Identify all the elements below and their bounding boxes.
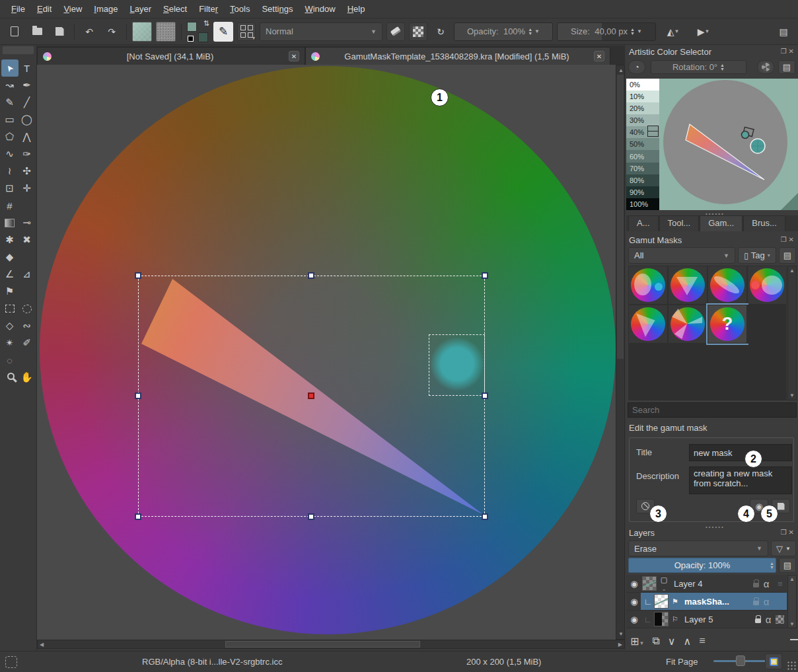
display-mode-button[interactable]: ▤ <box>779 247 796 264</box>
reload-preset-button[interactable]: ↻ <box>431 22 450 41</box>
dropdown-arrow-icon[interactable]: ▼ <box>534 28 540 34</box>
lock-icon[interactable] <box>753 601 759 605</box>
toolbox-handle[interactable] <box>3 46 34 54</box>
selection-center-handle[interactable] <box>308 392 314 399</box>
layer-row-maskshapes[interactable]: ◉ ∟ ⚑ maskSha... α <box>626 593 787 611</box>
layer-name[interactable]: Layer 4 <box>671 579 753 589</box>
docker-window-buttons[interactable]: ❐✕ <box>781 48 796 55</box>
selector-menu-button[interactable]: ▤ <box>778 60 795 74</box>
scroll-down-icon[interactable]: ▼ <box>789 621 795 627</box>
value-scale-row-80%[interactable]: 80% <box>626 174 659 186</box>
mask-grid-scrollbar[interactable]: ▲ ▼ <box>787 266 797 400</box>
value-scale-row-90%[interactable]: 90% <box>626 186 659 198</box>
visibility-eye-icon[interactable]: ◉ <box>626 597 642 607</box>
scroll-up-icon[interactable]: ▲ <box>789 576 795 582</box>
undo-button[interactable]: ↶ <box>80 22 98 41</box>
window-resize-grip[interactable] <box>787 661 796 670</box>
selection-mode-icon[interactable] <box>5 656 17 668</box>
tool-freehand-path[interactable]: ✑ <box>18 145 36 163</box>
layer-row-layer5[interactable]: ◉ ∟ ⚐ Layer 5 α <box>626 611 787 628</box>
scroll-down-icon[interactable]: ▼ <box>618 631 624 637</box>
close-tab-icon[interactable]: ✕ <box>289 51 299 61</box>
value-scale-row-70%[interactable]: 70% <box>626 163 659 174</box>
foreground-background-colors[interactable]: ⇅ <box>187 20 209 43</box>
mask-thumb-triangle[interactable] <box>668 266 707 305</box>
layer-name[interactable]: Layer 5 <box>682 615 755 624</box>
tool-patch-tool[interactable]: ✱ <box>1 231 18 248</box>
tool-select-polygonal[interactable]: ◇ <box>1 317 18 334</box>
layer-thumbnail[interactable] <box>654 594 669 609</box>
alpha-channel-icon[interactable] <box>776 615 784 624</box>
mirror-horizontal-button[interactable]: ◭▼ <box>660 22 686 41</box>
value-scale-row-30%[interactable]: 30% <box>626 114 659 126</box>
mask-thumb-wedges[interactable] <box>668 305 707 344</box>
menu-view[interactable]: View <box>57 1 88 17</box>
tool-dynamic-brush[interactable]: ≀ <box>1 163 18 180</box>
selection-handle-se[interactable] <box>482 513 488 520</box>
selection-handle-sw[interactable] <box>135 513 141 520</box>
layer-opacity-slider[interactable]: Opacity: 100% ▲▼ <box>628 558 776 573</box>
workspace-chooser-button[interactable]: ▤ <box>774 22 793 41</box>
selection-handle-e[interactable] <box>482 392 488 399</box>
tool-line[interactable]: ╱ <box>18 94 36 111</box>
value-scale-row-50%[interactable]: 50% <box>626 138 659 150</box>
open-document-button[interactable] <box>28 22 46 41</box>
alpha-lock-icon[interactable]: α <box>759 578 774 589</box>
layer-options-button[interactable]: ▤ <box>779 558 796 573</box>
visibility-eye-icon[interactable]: ◉ <box>626 579 642 589</box>
paint-layer-icon[interactable]: ▢⌄ <box>657 576 671 592</box>
layer-name[interactable]: maskSha... <box>682 597 753 607</box>
tool-select-elliptical[interactable] <box>18 300 36 317</box>
scroll-up-icon[interactable]: ▲ <box>618 67 624 73</box>
tool-select-similar-color[interactable]: ✴ <box>1 334 18 352</box>
dropdown-arrow-icon[interactable]: ▼ <box>637 28 642 34</box>
vertical-scroll-thumb[interactable] <box>617 75 624 359</box>
tool-polygon[interactable]: ⬠ <box>1 128 18 145</box>
alpha-lock-icon[interactable]: α <box>761 614 776 625</box>
tool-select-freehand[interactable]: ∾ <box>18 317 36 334</box>
tool-measure[interactable]: ∠ <box>1 266 18 283</box>
scroll-up-icon[interactable]: ▲ <box>789 268 795 274</box>
menu-image[interactable]: Image <box>88 1 124 17</box>
tool-multibrush[interactable]: ✣ <box>18 163 36 180</box>
inherit-alpha-icon[interactable]: ≡ <box>774 579 787 589</box>
lock-icon[interactable] <box>753 583 759 587</box>
mask-title-input[interactable] <box>689 444 792 461</box>
vertical-scrollbar[interactable]: ▲ ▼ <box>616 65 625 640</box>
fit-page-button[interactable] <box>765 653 782 669</box>
value-scale-row-60%[interactable]: 60% <box>626 150 659 162</box>
tool-assistants[interactable]: ⊿ <box>18 266 36 283</box>
selection-handle-ne[interactable] <box>482 272 488 279</box>
move-layer-down-button[interactable]: ∨ <box>668 635 676 648</box>
docker-window-buttons[interactable]: ❐✕ <box>781 236 796 243</box>
tool-freehand-brush[interactable]: ✎ <box>1 94 18 111</box>
horizontal-scrollbar[interactable]: ◀ ▶ <box>37 640 625 649</box>
tool-polyline[interactable]: ⋀ <box>18 128 36 145</box>
layer-list-scrollbar[interactable]: ▲ ▼ <box>787 575 797 628</box>
menu-layer[interactable]: Layer <box>124 1 157 17</box>
new-document-button[interactable] <box>5 22 24 41</box>
tool-crop[interactable]: # <box>1 197 18 214</box>
value-scale-column[interactable]: 0%10%20%30%40%50%60%70%80%90%100% <box>626 79 659 210</box>
docker-tab-Brus[interactable]: Brus... <box>743 215 785 231</box>
brush-editor-button[interactable]: ✎ <box>213 22 233 42</box>
docker-window-buttons[interactable]: ❐✕ <box>781 529 796 536</box>
gradient-chooser[interactable] <box>132 22 152 42</box>
visibility-eye-icon[interactable]: ◉ <box>626 615 642 624</box>
tool-smart-patch[interactable]: ✖ <box>18 231 36 248</box>
tool-transform[interactable]: ⊡ <box>1 180 18 197</box>
rotation-spinbox[interactable]: Rotation: 0° ▲▼ <box>651 60 746 74</box>
redo-button[interactable]: ↷ <box>102 22 121 41</box>
tool-text[interactable]: T <box>18 59 36 77</box>
selection-handle-s[interactable] <box>308 513 314 520</box>
selection-handle-n[interactable] <box>308 272 314 279</box>
docker-tab-Tool[interactable]: Tool... <box>659 215 700 231</box>
value-scale-row-10%[interactable]: 10% <box>626 91 659 102</box>
value-scale-row-0%[interactable]: 0% <box>626 79 659 91</box>
spin-arrows-icon[interactable]: ▲▼ <box>630 28 635 36</box>
foreground-color[interactable] <box>187 22 197 32</box>
preserve-alpha-button[interactable] <box>409 22 427 41</box>
menu-help[interactable]: Help <box>342 1 371 17</box>
tool-select-bezier[interactable]: ✐ <box>18 334 36 352</box>
artistic-selector-body[interactable]: 0%10%20%30%40%50%60%70%80%90%100% <box>626 79 798 210</box>
